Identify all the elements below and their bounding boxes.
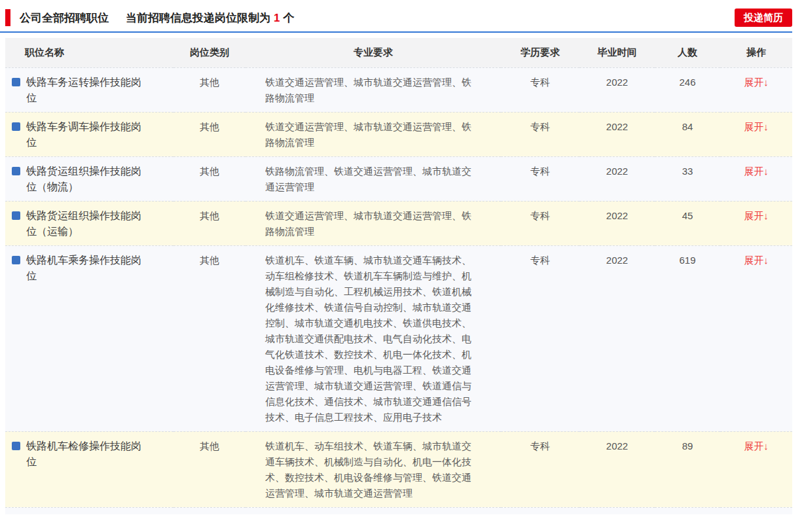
title-marker-bar	[5, 9, 10, 26]
table-header-row: 职位名称 岗位类别 专业要求 学历要求 毕业时间 人数 操作	[5, 38, 792, 67]
job-majors: 铁道交通运营管理、城市轨道交通运营管理、铁路物流管理	[265, 119, 476, 151]
job-grad-year: 2022	[579, 67, 655, 112]
col-header-category: 岗位类别	[174, 38, 246, 67]
col-header-action: 操作	[720, 38, 792, 67]
job-majors: 铁道交通运营管理、城市轨道交通运营管理、铁路物流管理	[265, 208, 476, 239]
expand-link[interactable]: 展开↓	[744, 166, 769, 177]
job-count: 33	[655, 156, 720, 201]
table-row: 铁路机车检修操作技能岗位 其他 铁道机车、动车组技术、铁道车辆、城市轨道交通车辆…	[5, 431, 792, 507]
job-bullet-icon	[12, 211, 20, 220]
col-header-education: 学历要求	[501, 38, 579, 67]
limit-count: 1	[274, 12, 280, 24]
submit-resume-button[interactable]: 投递简历	[735, 9, 792, 27]
job-count: 246	[655, 67, 720, 112]
job-title: 铁路机车乘务操作技能岗位	[26, 253, 145, 284]
job-table-wrap: 职位名称 岗位类别 专业要求 学历要求 毕业时间 人数 操作 铁路车务运转操作技…	[5, 38, 792, 508]
table-row: 铁路车务调车操作技能岗位 其他 铁道交通运营管理、城市轨道交通运营管理、铁路物流…	[5, 112, 792, 156]
job-category: 其他	[174, 156, 246, 201]
job-grad-year: 2022	[579, 431, 655, 507]
job-category: 其他	[174, 201, 246, 245]
page-title: 公司全部招聘职位	[20, 10, 109, 26]
expand-link[interactable]: 展开↓	[744, 210, 769, 221]
job-bullet-icon	[12, 167, 20, 175]
table-row: 铁路货运组织操作技能岗位（运输） 其他 铁道交通运营管理、城市轨道交通运营管理、…	[5, 201, 792, 245]
expand-link[interactable]: 展开↓	[744, 255, 769, 266]
job-title: 铁路货运组织操作技能岗位（物流）	[26, 164, 145, 195]
col-header-count: 人数	[655, 38, 720, 67]
limit-note-suffix: 个	[283, 12, 294, 24]
job-education: 专科	[501, 245, 579, 431]
job-count: 89	[655, 431, 720, 507]
job-title: 铁路机车检修操作技能岗位	[26, 438, 145, 470]
limit-note-prefix: 当前招聘信息投递岗位限制为	[126, 12, 270, 24]
job-grad-year: 2022	[579, 201, 655, 245]
page-header: 公司全部招聘职位 当前招聘信息投递岗位限制为1个 投递简历	[0, 0, 792, 33]
job-majors: 铁道机车、动车组技术、铁道车辆、城市轨道交通车辆技术、机械制造与自动化、机电一体…	[265, 438, 476, 501]
limit-note: 当前招聘信息投递岗位限制为1个	[126, 10, 294, 26]
table-body: 铁路车务运转操作技能岗位 其他 铁道交通运营管理、城市轨道交通运营管理、铁路物流…	[5, 67, 792, 507]
table-row: 铁路机车乘务操作技能岗位 其他 铁道机车、铁道车辆、城市轨道交通车辆技术、动车组…	[5, 245, 792, 431]
job-count: 619	[655, 245, 720, 431]
col-header-grad-year: 毕业时间	[579, 38, 655, 67]
next-row-partial	[5, 508, 792, 514]
col-header-job-title: 职位名称	[5, 38, 174, 67]
job-category: 其他	[174, 245, 246, 431]
job-title: 铁路车务运转操作技能岗位	[26, 75, 145, 106]
expand-link[interactable]: 展开↓	[744, 77, 769, 88]
job-title: 铁路车务调车操作技能岗位	[26, 119, 145, 151]
table-row: 铁路货运组织操作技能岗位（物流） 其他 铁路物流管理、铁道交通运营管理、城市轨道…	[5, 156, 792, 201]
job-table: 职位名称 岗位类别 专业要求 学历要求 毕业时间 人数 操作 铁路车务运转操作技…	[5, 38, 792, 508]
expand-link[interactable]: 展开↓	[744, 440, 769, 452]
job-bullet-icon	[12, 442, 20, 450]
job-majors: 铁道机车、铁道车辆、城市轨道交通车辆技术、动车组检修技术、铁道机车车辆制造与维护…	[265, 253, 476, 425]
job-bullet-icon	[12, 256, 20, 264]
job-grad-year: 2022	[579, 156, 655, 201]
job-count: 84	[655, 112, 720, 156]
table-row: 铁路车务运转操作技能岗位 其他 铁道交通运营管理、城市轨道交通运营管理、铁路物流…	[5, 67, 792, 112]
expand-link[interactable]: 展开↓	[744, 121, 769, 132]
job-education: 专科	[501, 201, 579, 245]
job-category: 其他	[174, 112, 246, 156]
job-count: 45	[655, 201, 720, 245]
job-education: 专科	[501, 431, 579, 507]
job-category: 其他	[174, 431, 246, 507]
job-education: 专科	[501, 112, 579, 156]
job-bullet-icon	[12, 78, 20, 86]
job-title: 铁路货运组织操作技能岗位（运输）	[26, 208, 145, 239]
job-majors: 铁道交通运营管理、城市轨道交通运营管理、铁路物流管理	[265, 75, 476, 106]
col-header-majors: 专业要求	[246, 38, 501, 67]
job-bullet-icon	[12, 122, 20, 131]
job-majors: 铁路物流管理、铁道交通运营管理、城市轨道交通运营管理	[265, 164, 476, 195]
job-grad-year: 2022	[579, 245, 655, 431]
job-education: 专科	[501, 67, 579, 112]
job-grad-year: 2022	[579, 112, 655, 156]
job-category: 其他	[174, 67, 246, 112]
job-education: 专科	[501, 156, 579, 201]
